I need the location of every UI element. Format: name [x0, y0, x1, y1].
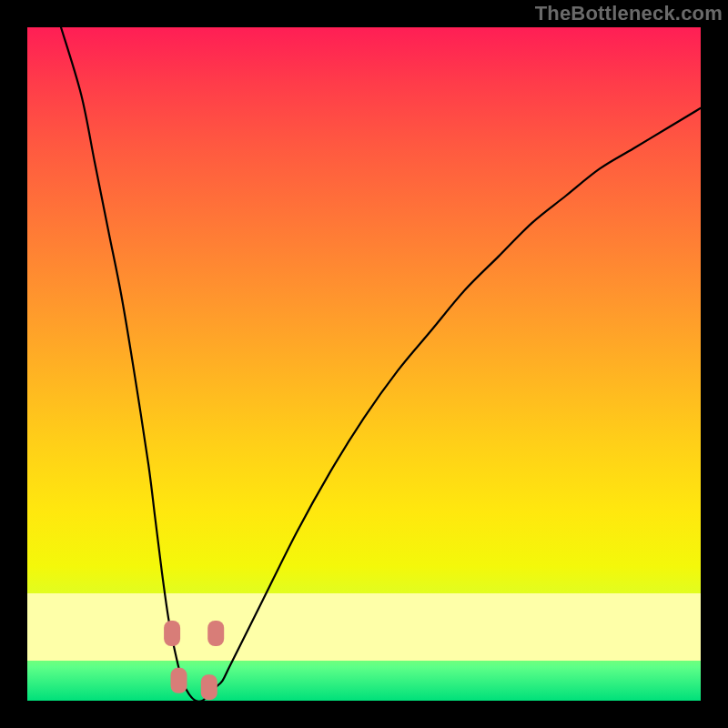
marker-right-lower	[201, 674, 217, 700]
marker-right-upper	[207, 621, 224, 646]
bottleneck-curve	[61, 27, 701, 701]
marker-left-lower	[171, 668, 187, 693]
curve-layer	[27, 27, 701, 701]
watermark-text: TheBottleneck.com	[535, 2, 723, 25]
marker-left-upper	[164, 621, 180, 646]
annotation-markers	[164, 621, 224, 700]
outer-frame: TheBottleneck.com	[0, 0, 728, 728]
plot-area	[27, 27, 701, 701]
